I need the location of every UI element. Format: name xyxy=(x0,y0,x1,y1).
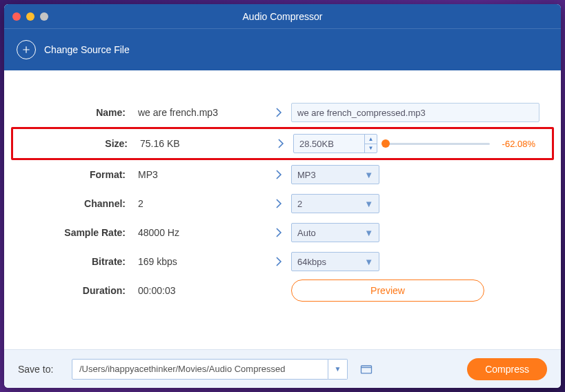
chevron-down-icon: ▼ xyxy=(364,228,373,238)
close-window-button[interactable] xyxy=(12,12,21,21)
channel-select[interactable]: 2 ▼ xyxy=(291,194,379,213)
save-path-select: ▼ xyxy=(72,359,348,380)
row-format: Format: MP3 MP3 ▼ xyxy=(18,160,547,189)
name-label: Name: xyxy=(25,107,135,118)
preview-button[interactable]: Preview xyxy=(291,280,484,302)
duration-label: Duration: xyxy=(25,285,135,296)
bitrate-label: Bitrate: xyxy=(25,256,135,267)
size-step-up[interactable]: ▲ xyxy=(365,135,377,144)
size-step-down[interactable]: ▼ xyxy=(365,144,377,153)
row-name: Name: we are french.mp3 xyxy=(18,98,547,127)
channel-source-value: 2 xyxy=(135,198,266,209)
arrow-icon xyxy=(268,139,293,148)
window-title: Audio Compressor xyxy=(48,11,517,22)
row-bitrate: Bitrate: 169 kbps 64kbps ▼ xyxy=(18,247,547,276)
bitrate-select-value: 64kbps xyxy=(297,257,326,267)
size-slider[interactable]: -62.08% xyxy=(386,139,538,149)
bitrate-select[interactable]: 64kbps ▼ xyxy=(291,252,379,271)
row-duration: Duration: 00:00:03 Preview xyxy=(18,276,547,305)
channel-select-value: 2 xyxy=(297,199,302,209)
bitrate-source-value: 169 kbps xyxy=(135,256,266,267)
chevron-down-icon: ▼ xyxy=(364,199,373,209)
svg-rect-0 xyxy=(361,366,372,373)
traffic-lights xyxy=(12,12,48,21)
change-source-button[interactable]: Change Source File xyxy=(44,44,130,55)
row-samplerate: Sample Rate: 48000 Hz Auto ▼ xyxy=(18,218,547,247)
samplerate-select[interactable]: Auto ▼ xyxy=(291,223,379,242)
open-folder-button[interactable] xyxy=(356,359,377,380)
output-name-input[interactable] xyxy=(291,103,539,122)
app-window: Audio Compressor Change Source File Name… xyxy=(4,4,561,388)
size-delta: -62.08% xyxy=(494,139,535,149)
size-source-value: 75.16 KB xyxy=(137,138,268,149)
format-select[interactable]: MP3 ▼ xyxy=(291,165,379,184)
compress-button[interactable]: Compress xyxy=(467,358,547,380)
arrow-icon xyxy=(266,257,291,266)
save-path-input[interactable] xyxy=(72,359,328,380)
samplerate-source-value: 48000 Hz xyxy=(135,227,266,238)
arrow-icon xyxy=(266,108,291,117)
add-icon[interactable] xyxy=(17,40,36,59)
subheader: Change Source File xyxy=(4,29,561,70)
chevron-down-icon: ▼ xyxy=(335,365,341,373)
row-size: Size: 75.16 KB 28.50KB ▲ ▼ xyxy=(27,129,538,158)
footer: Save to: ▼ Compress xyxy=(4,349,561,388)
size-stepper[interactable]: 28.50KB ▲ ▼ xyxy=(293,134,377,153)
size-label: Size: xyxy=(27,138,137,149)
titlebar: Audio Compressor xyxy=(4,4,561,29)
fullscreen-window-button[interactable] xyxy=(40,12,48,21)
minimize-window-button[interactable] xyxy=(26,12,34,21)
chevron-down-icon: ▼ xyxy=(364,170,373,180)
size-output-value: 28.50KB xyxy=(294,135,364,153)
arrow-icon xyxy=(266,199,291,208)
chevron-down-icon: ▼ xyxy=(364,257,373,267)
samplerate-label: Sample Rate: xyxy=(25,227,135,238)
format-label: Format: xyxy=(25,169,135,180)
arrow-icon xyxy=(266,228,291,237)
name-source-value: we are french.mp3 xyxy=(135,107,266,118)
channel-label: Channel: xyxy=(25,198,135,209)
row-channel: Channel: 2 2 ▼ xyxy=(18,189,547,218)
save-path-dropdown[interactable]: ▼ xyxy=(328,359,348,380)
samplerate-select-value: Auto xyxy=(297,228,316,238)
duration-value: 00:00:03 xyxy=(135,285,266,296)
arrow-icon xyxy=(266,170,291,179)
size-row-highlight: Size: 75.16 KB 28.50KB ▲ ▼ xyxy=(11,127,554,160)
format-select-value: MP3 xyxy=(297,170,316,180)
slider-track[interactable] xyxy=(386,143,490,145)
save-to-label: Save to: xyxy=(18,364,63,375)
format-source-value: MP3 xyxy=(135,169,266,180)
slider-thumb[interactable] xyxy=(381,139,390,148)
content: Name: we are french.mp3 Size: 75.16 KB 2… xyxy=(4,70,561,349)
